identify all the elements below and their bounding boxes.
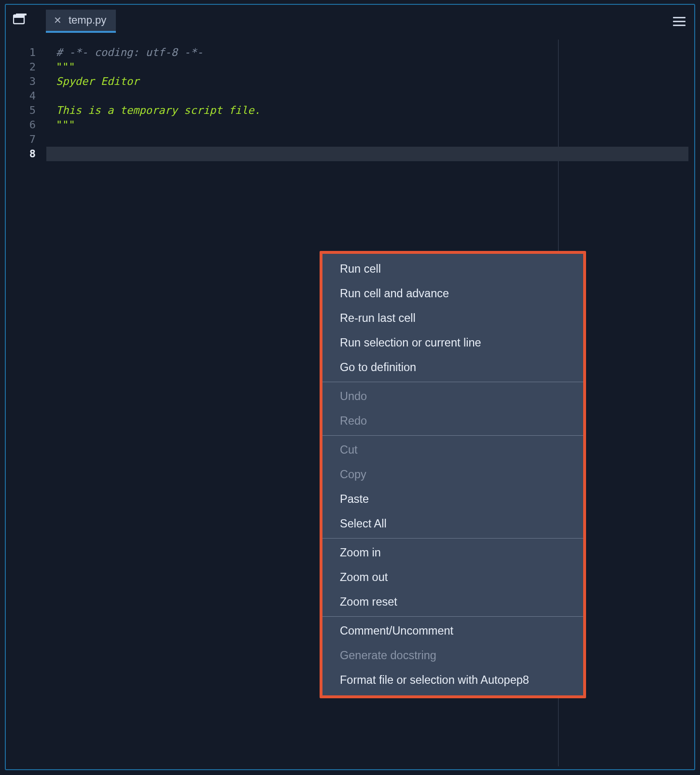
context-menu-item: Redo: [322, 409, 583, 433]
context-menu-item: Cut: [322, 438, 583, 462]
context-menu-item[interactable]: Go to definition: [322, 355, 583, 380]
close-tab-icon[interactable]: ✕: [54, 15, 62, 25]
line-number: 2: [8, 60, 46, 74]
context-menu-item[interactable]: Run selection or current line: [322, 331, 583, 355]
hamburger-menu-icon[interactable]: [673, 14, 686, 28]
context-menu-separator: [322, 382, 583, 382]
context-menu-item: Undo: [322, 384, 583, 409]
context-menu-item: Generate docstring: [322, 643, 583, 668]
code-line: """: [56, 61, 75, 73]
context-menu-separator: [322, 616, 583, 617]
context-menu-item[interactable]: Zoom out: [322, 565, 583, 590]
tab-label: temp.py: [69, 14, 106, 27]
browse-tabs-icon[interactable]: [13, 13, 28, 26]
context-menu-item[interactable]: Format file or selection with Autopep8: [322, 668, 583, 692]
context-menu-item[interactable]: Select All: [322, 512, 583, 536]
line-number: 5: [8, 103, 46, 118]
code-line: Spyder Editor: [56, 75, 139, 87]
context-menu-item[interactable]: Paste: [322, 487, 583, 512]
line-number: 7: [8, 132, 46, 147]
context-menu-item[interactable]: Comment/Uncomment: [322, 619, 583, 643]
context-menu-item: Copy: [322, 462, 583, 487]
tab-temp-py[interactable]: ✕ temp.py: [46, 10, 116, 33]
context-menu-item[interactable]: Zoom reset: [322, 590, 583, 614]
context-menu-separator: [322, 435, 583, 436]
context-menu: Run cellRun cell and advanceRe-run last …: [320, 251, 586, 698]
line-number: 6: [8, 118, 46, 132]
editor-toolbar: ✕ temp.py: [6, 5, 694, 38]
context-menu-item[interactable]: Re-run last cell: [322, 306, 583, 331]
context-menu-separator: [322, 538, 583, 539]
line-number: 3: [8, 74, 46, 89]
code-line: """: [56, 119, 75, 131]
context-menu-item[interactable]: Run cell: [322, 257, 583, 281]
tab-bar: ✕ temp.py: [46, 10, 116, 33]
editor-pane: ✕ temp.py 1 2 3 4 5 6 7 8 # -*- coding: …: [5, 4, 695, 770]
context-menu-item[interactable]: Run cell and advance: [322, 281, 583, 306]
svg-rect-2: [16, 14, 27, 15]
line-number-current: 8: [8, 147, 46, 161]
line-number-gutter: 1 2 3 4 5 6 7 8: [8, 40, 46, 766]
code-line: # -*- coding: utf-8 -*-: [56, 46, 203, 58]
code-line: This is a temporary script file.: [56, 104, 261, 116]
line-number: 4: [8, 89, 46, 103]
line-number: 1: [8, 45, 46, 60]
context-menu-item[interactable]: Zoom in: [322, 540, 583, 565]
